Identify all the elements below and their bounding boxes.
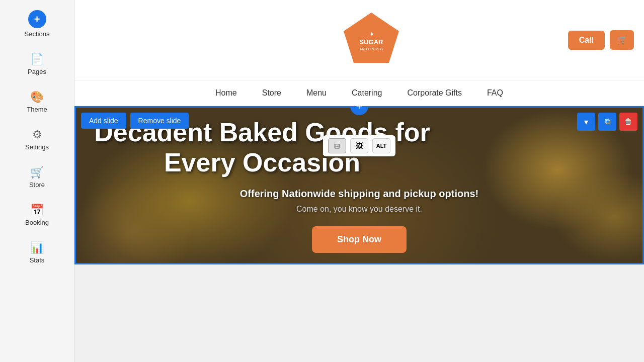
sidebar-item-booking[interactable]: 📅 Booking xyxy=(0,199,74,231)
pages-icon: 📄 xyxy=(30,53,44,66)
slide-delete-button[interactable]: 🗑 xyxy=(619,113,637,131)
nav-item-catering[interactable]: Catering xyxy=(352,88,382,98)
slide-edit-buttons: Add slide Remove slide xyxy=(81,113,189,129)
image-toolbar: ⊟ 🖼 ALT xyxy=(323,135,395,156)
alt-text-icon: ALT xyxy=(376,143,387,149)
cart-icon: 🛒 xyxy=(617,36,627,44)
nav-item-faq[interactable]: FAQ xyxy=(487,88,503,98)
cart-button[interactable]: 🛒 xyxy=(610,30,634,50)
sidebar-pages-label: Pages xyxy=(28,68,46,75)
navigation: Home Store Menu Catering Corporate Gifts… xyxy=(74,80,644,106)
settings-icon: ⚙ xyxy=(32,128,42,141)
slide-collapse-button[interactable]: ▾ xyxy=(577,113,595,131)
sidebar-item-stats[interactable]: 📊 Stats xyxy=(0,236,74,269)
sidebar-item-settings[interactable]: ⚙ Settings xyxy=(0,123,74,156)
add-slide-button[interactable]: Add slide xyxy=(81,113,126,129)
sidebar-add-section[interactable]: + Sections xyxy=(0,5,74,43)
slide-controls-bar: Add slide Remove slide ▾ ⧉ 🗑 xyxy=(76,113,642,131)
nav-item-menu[interactable]: Menu xyxy=(306,88,327,98)
slide-copy-button[interactable]: ⧉ xyxy=(598,113,616,131)
image-grid-icon: ⊟ xyxy=(334,142,340,150)
copy-icon: ⧉ xyxy=(605,117,610,126)
sidebar-item-pages[interactable]: 📄 Pages xyxy=(0,48,74,80)
logo-area: ✦ SUGAR AND CRUMBS xyxy=(175,10,568,70)
sidebar-item-store[interactable]: 🛒 Store xyxy=(0,161,74,194)
svg-marker-0 xyxy=(344,13,399,63)
site-header: ✦ SUGAR AND CRUMBS Call 🛒 xyxy=(74,0,644,80)
image-single-icon: 🖼 xyxy=(356,142,363,150)
image-single-button[interactable]: 🖼 xyxy=(350,138,368,153)
delete-icon: 🗑 xyxy=(624,117,632,126)
nav-item-corporate-gifts[interactable]: Corporate Gifts xyxy=(407,88,461,98)
slide-action-buttons: ▾ ⧉ 🗑 xyxy=(577,113,637,131)
nav-item-store[interactable]: Store xyxy=(262,88,281,98)
add-section-icon[interactable]: + xyxy=(28,10,46,28)
sidebar-store-label: Store xyxy=(29,181,45,189)
sidebar-booking-label: Booking xyxy=(25,219,49,226)
image-grid-button[interactable]: ⊟ xyxy=(328,138,346,153)
chevron-down-icon: ▾ xyxy=(584,117,588,127)
hero-slide-canvas: Add slide Remove slide ▾ ⧉ 🗑 xyxy=(74,106,644,264)
sidebar-theme-label: Theme xyxy=(27,106,47,113)
sidebar-sections-label: Sections xyxy=(25,30,50,38)
stats-icon: 📊 xyxy=(30,241,44,254)
svg-text:AND CRUMBS: AND CRUMBS xyxy=(360,47,383,51)
image-alt-button[interactable]: ALT xyxy=(372,138,390,153)
svg-text:✦: ✦ xyxy=(369,31,374,37)
shop-now-button[interactable]: Shop Now xyxy=(312,226,407,253)
logo: ✦ SUGAR AND CRUMBS xyxy=(341,10,401,70)
theme-icon: 🎨 xyxy=(30,90,44,104)
hero-content: Decadent Baked Goods for Every Occasion … xyxy=(76,108,642,263)
sidebar-item-theme[interactable]: 🎨 Theme xyxy=(0,85,74,118)
sidebar: + Sections 📄 Pages 🎨 Theme ⚙ Settings 🛒 … xyxy=(0,0,74,362)
sidebar-settings-label: Settings xyxy=(25,143,49,151)
main-content: ✦ SUGAR AND CRUMBS Call 🛒 Home Store Men… xyxy=(74,0,644,362)
header-actions: Call 🛒 xyxy=(568,30,634,50)
booking-icon: 📅 xyxy=(30,204,44,217)
nav-item-home[interactable]: Home xyxy=(215,88,237,98)
store-icon: 🛒 xyxy=(30,166,44,179)
call-button[interactable]: Call xyxy=(568,31,605,50)
hero-subtitle: Offering Nationwide shipping and pickup … xyxy=(86,188,632,200)
sidebar-stats-label: Stats xyxy=(30,256,45,264)
canvas-wrapper: + Add slide Remove slide ▾ ⧉ 🗑 xyxy=(74,106,644,362)
remove-slide-button[interactable]: Remove slide xyxy=(130,113,189,129)
svg-text:SUGAR: SUGAR xyxy=(360,38,384,46)
hero-tagline: Come on, you know you deserve it. xyxy=(86,205,632,214)
